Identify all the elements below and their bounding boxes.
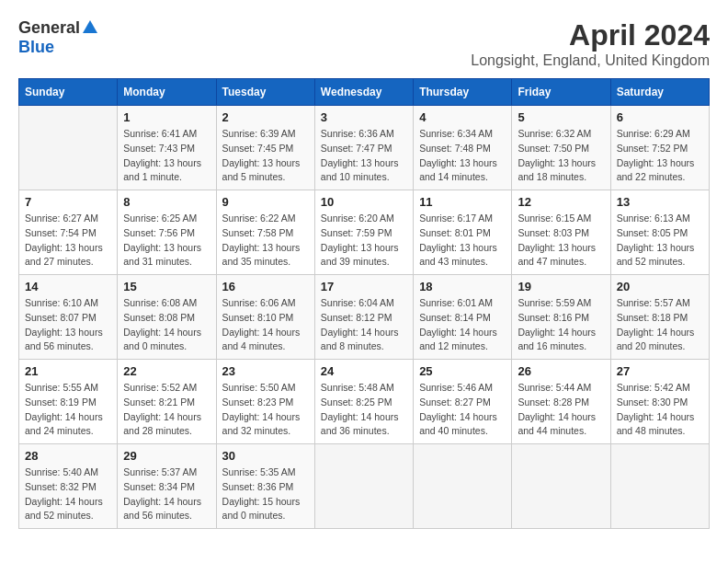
calendar-cell: 13Sunrise: 6:13 AMSunset: 8:05 PMDayligh… xyxy=(610,190,709,275)
day-info: Sunrise: 5:40 AMSunset: 8:32 PMDaylight:… xyxy=(25,465,111,523)
day-number: 24 xyxy=(321,364,407,378)
calendar-cell: 29Sunrise: 5:37 AMSunset: 8:34 PMDayligh… xyxy=(118,444,216,529)
calendar-cell: 9Sunrise: 6:22 AMSunset: 7:58 PMDaylight… xyxy=(216,190,314,275)
day-info: Sunrise: 5:48 AMSunset: 8:25 PMDaylight:… xyxy=(321,381,407,439)
calendar-cell: 12Sunrise: 6:15 AMSunset: 8:03 PMDayligh… xyxy=(512,190,610,275)
calendar-cell: 27Sunrise: 5:42 AMSunset: 8:30 PMDayligh… xyxy=(610,360,709,444)
header: General Blue April 2024 Longsight, Engla… xyxy=(18,18,710,69)
day-number: 4 xyxy=(419,110,506,124)
day-number: 20 xyxy=(617,280,703,293)
day-info: Sunrise: 5:35 AMSunset: 8:36 PMDaylight:… xyxy=(222,465,309,523)
day-info: Sunrise: 6:17 AMSunset: 8:01 PMDaylight:… xyxy=(419,212,506,270)
day-info: Sunrise: 5:44 AMSunset: 8:28 PMDaylight:… xyxy=(518,381,604,439)
calendar-cell xyxy=(414,444,512,529)
calendar-cell: 7Sunrise: 6:27 AMSunset: 7:54 PMDaylight… xyxy=(19,190,118,275)
calendar-cell: 24Sunrise: 5:48 AMSunset: 8:25 PMDayligh… xyxy=(314,360,413,444)
day-number: 25 xyxy=(419,364,506,378)
day-number: 17 xyxy=(321,280,407,293)
day-info: Sunrise: 5:46 AMSunset: 8:27 PMDaylight:… xyxy=(419,381,506,439)
day-info: Sunrise: 5:55 AMSunset: 8:19 PMDaylight:… xyxy=(25,381,111,439)
day-info: Sunrise: 6:01 AMSunset: 8:14 PMDaylight:… xyxy=(419,296,506,354)
day-of-week-header: Monday xyxy=(118,79,216,106)
day-info: Sunrise: 6:25 AMSunset: 7:56 PMDaylight:… xyxy=(123,212,210,270)
day-number: 26 xyxy=(518,364,604,378)
day-number: 28 xyxy=(25,449,111,463)
day-number: 5 xyxy=(518,110,604,124)
day-of-week-header: Saturday xyxy=(610,79,709,106)
day-number: 2 xyxy=(222,110,309,124)
calendar-cell: 10Sunrise: 6:20 AMSunset: 7:59 PMDayligh… xyxy=(314,190,413,275)
calendar-cell: 25Sunrise: 5:46 AMSunset: 8:27 PMDayligh… xyxy=(414,360,512,444)
day-info: Sunrise: 5:42 AMSunset: 8:30 PMDaylight:… xyxy=(617,381,703,439)
calendar-cell: 8Sunrise: 6:25 AMSunset: 7:56 PMDaylight… xyxy=(118,190,216,275)
calendar-cell: 2Sunrise: 6:39 AMSunset: 7:45 PMDaylight… xyxy=(216,106,314,190)
calendar-table: SundayMondayTuesdayWednesdayThursdayFrid… xyxy=(18,78,710,529)
calendar-cell xyxy=(610,444,709,529)
day-info: Sunrise: 6:15 AMSunset: 8:03 PMDaylight:… xyxy=(518,212,604,270)
day-number: 1 xyxy=(123,110,210,124)
day-info: Sunrise: 6:39 AMSunset: 7:45 PMDaylight:… xyxy=(222,127,309,185)
calendar-cell: 26Sunrise: 5:44 AMSunset: 8:28 PMDayligh… xyxy=(512,360,610,444)
day-info: Sunrise: 6:06 AMSunset: 8:10 PMDaylight:… xyxy=(222,296,309,354)
calendar-cell: 5Sunrise: 6:32 AMSunset: 7:50 PMDaylight… xyxy=(512,106,610,190)
day-number: 16 xyxy=(222,280,309,293)
calendar-cell: 17Sunrise: 6:04 AMSunset: 8:12 PMDayligh… xyxy=(314,275,413,360)
calendar-cell xyxy=(19,106,118,190)
logo-triangle-icon xyxy=(83,20,97,37)
svg-marker-0 xyxy=(83,20,97,33)
day-of-week-header: Tuesday xyxy=(216,79,314,106)
day-number: 10 xyxy=(321,195,407,209)
day-info: Sunrise: 6:10 AMSunset: 8:07 PMDaylight:… xyxy=(25,296,111,354)
day-info: Sunrise: 6:36 AMSunset: 7:47 PMDaylight:… xyxy=(321,127,407,185)
logo-blue: Blue xyxy=(18,38,54,56)
day-number: 7 xyxy=(25,195,111,209)
calendar-cell: 6Sunrise: 6:29 AMSunset: 7:52 PMDaylight… xyxy=(610,106,709,190)
calendar-cell: 19Sunrise: 5:59 AMSunset: 8:16 PMDayligh… xyxy=(512,275,610,360)
day-number: 27 xyxy=(617,364,703,378)
day-number: 29 xyxy=(123,449,210,463)
title-block: April 2024 Longsight, England, United Ki… xyxy=(471,18,710,69)
calendar-cell: 16Sunrise: 6:06 AMSunset: 8:10 PMDayligh… xyxy=(216,275,314,360)
day-info: Sunrise: 5:57 AMSunset: 8:18 PMDaylight:… xyxy=(617,296,703,354)
month-title: April 2024 xyxy=(471,18,710,52)
calendar-cell: 21Sunrise: 5:55 AMSunset: 8:19 PMDayligh… xyxy=(19,360,118,444)
calendar-cell xyxy=(512,444,610,529)
calendar-cell: 1Sunrise: 6:41 AMSunset: 7:43 PMDaylight… xyxy=(118,106,216,190)
day-info: Sunrise: 6:08 AMSunset: 8:08 PMDaylight:… xyxy=(123,296,210,354)
day-of-week-header: Wednesday xyxy=(314,79,413,106)
day-number: 30 xyxy=(222,449,309,463)
calendar-cell: 20Sunrise: 5:57 AMSunset: 8:18 PMDayligh… xyxy=(610,275,709,360)
day-info: Sunrise: 6:04 AMSunset: 8:12 PMDaylight:… xyxy=(321,296,407,354)
calendar-cell: 4Sunrise: 6:34 AMSunset: 7:48 PMDaylight… xyxy=(414,106,512,190)
day-info: Sunrise: 6:20 AMSunset: 7:59 PMDaylight:… xyxy=(321,212,407,270)
logo-general: General xyxy=(18,18,80,38)
day-info: Sunrise: 6:41 AMSunset: 7:43 PMDaylight:… xyxy=(123,127,210,185)
day-number: 22 xyxy=(123,364,210,378)
day-number: 14 xyxy=(25,280,111,293)
day-number: 13 xyxy=(617,195,703,209)
day-of-week-header: Sunday xyxy=(19,79,118,106)
calendar-cell xyxy=(314,444,413,529)
calendar-cell: 15Sunrise: 6:08 AMSunset: 8:08 PMDayligh… xyxy=(118,275,216,360)
day-number: 18 xyxy=(419,280,506,293)
day-info: Sunrise: 6:34 AMSunset: 7:48 PMDaylight:… xyxy=(419,127,506,185)
day-info: Sunrise: 6:27 AMSunset: 7:54 PMDaylight:… xyxy=(25,212,111,270)
day-info: Sunrise: 6:13 AMSunset: 8:05 PMDaylight:… xyxy=(617,212,703,270)
day-number: 12 xyxy=(518,195,604,209)
day-info: Sunrise: 5:59 AMSunset: 8:16 PMDaylight:… xyxy=(518,296,604,354)
day-info: Sunrise: 5:50 AMSunset: 8:23 PMDaylight:… xyxy=(222,381,309,439)
day-number: 19 xyxy=(518,280,604,293)
day-number: 11 xyxy=(419,195,506,209)
day-number: 21 xyxy=(25,364,111,378)
calendar-cell: 22Sunrise: 5:52 AMSunset: 8:21 PMDayligh… xyxy=(118,360,216,444)
day-number: 23 xyxy=(222,364,309,378)
location-title: Longsight, England, United Kingdom xyxy=(471,52,710,69)
day-info: Sunrise: 5:52 AMSunset: 8:21 PMDaylight:… xyxy=(123,381,210,439)
day-info: Sunrise: 6:22 AMSunset: 7:58 PMDaylight:… xyxy=(222,212,309,270)
day-number: 3 xyxy=(321,110,407,124)
calendar-cell: 23Sunrise: 5:50 AMSunset: 8:23 PMDayligh… xyxy=(216,360,314,444)
calendar-cell: 3Sunrise: 6:36 AMSunset: 7:47 PMDaylight… xyxy=(314,106,413,190)
day-info: Sunrise: 6:32 AMSunset: 7:50 PMDaylight:… xyxy=(518,127,604,185)
day-number: 6 xyxy=(617,110,703,124)
day-info: Sunrise: 6:29 AMSunset: 7:52 PMDaylight:… xyxy=(617,127,703,185)
